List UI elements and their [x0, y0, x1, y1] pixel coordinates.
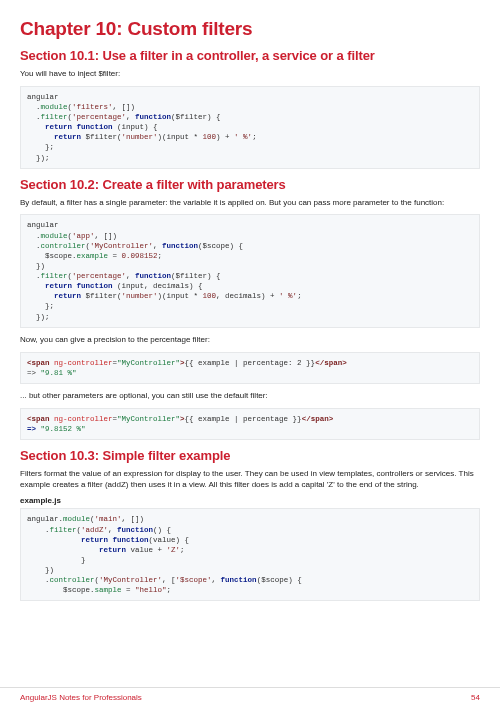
section-10-2-after2: ... but other parameters are optional, y… — [20, 391, 480, 402]
code-block-10-1: angular .module('filters', []) .filter('… — [20, 86, 480, 169]
section-10-2-after1: Now, you can give a precision to the per… — [20, 335, 480, 346]
footer-page-number: 54 — [471, 693, 480, 702]
chapter-title: Chapter 10: Custom filters — [20, 18, 480, 40]
section-10-2-intro: By default, a filter has a single parame… — [20, 198, 480, 209]
section-10-1-intro: You will have to inject $filter: — [20, 69, 480, 80]
section-10-1-heading: Section 10.1: Use a filter in a controll… — [20, 48, 480, 63]
code-block-10-2c: <span ng-controller="MyController">{{ ex… — [20, 408, 480, 440]
section-10-3-heading: Section 10.3: Simple filter example — [20, 448, 480, 463]
example-filename: example.js — [20, 496, 480, 505]
section-10-3-intro: Filters format the value of an expressio… — [20, 469, 480, 491]
code-block-10-2b: <span ng-controller="MyController">{{ ex… — [20, 352, 480, 384]
code-block-10-2a: angular .module('app', []) .controller('… — [20, 214, 480, 327]
section-10-2-heading: Section 10.2: Create a filter with param… — [20, 177, 480, 192]
page-footer: AngularJS Notes for Professionals 54 — [0, 687, 500, 707]
code-block-10-3: angular.module('main', []) .filter('addZ… — [20, 508, 480, 601]
footer-left: AngularJS Notes for Professionals — [20, 693, 142, 702]
